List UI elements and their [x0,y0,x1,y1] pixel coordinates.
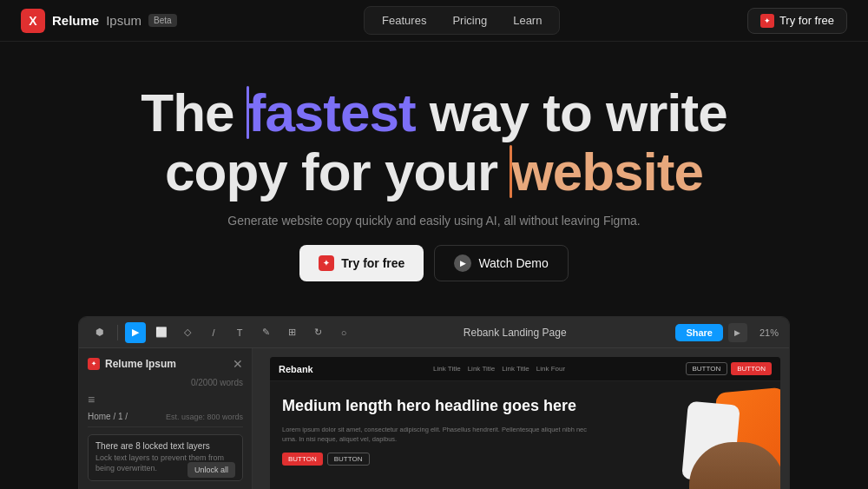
watch-demo-button[interactable]: ▶ Watch Demo [434,245,568,281]
preview-navbar: Rebank Link Title Link Title Link Title … [270,357,780,381]
locked-layers-box: There are 8 locked text layers Lock text… [88,434,243,480]
panel-menu-icon[interactable]: ≡ [88,393,243,406]
word-count: 0/2000 words [88,378,243,387]
preview-nav-link-4: Link Four [536,365,565,373]
preview-btn-outline: BUTTON [686,362,728,375]
preview-hero-area: Medium length hero headline goes here Lo… [270,381,780,489]
preview-hero-image [607,381,780,489]
try-free-label: Try for free [341,256,404,270]
hero-title-line2: copy for your website [165,142,703,202]
nav-link-learn[interactable]: Learn [503,10,552,30]
preview-hero-btn1: BUTTON [282,453,323,466]
website-word: website [511,142,702,202]
nav-links: Features Pricing Learn [364,6,560,35]
nav-link-pricing[interactable]: Pricing [442,10,497,30]
hero-buttons: ✦ Try for free ▶ Watch Demo [17,245,851,281]
figma-text-tool[interactable]: T [229,322,250,343]
try-free-nav-label: Try for free [779,14,834,27]
locked-layers-title: There are 8 locked text layers [95,441,235,451]
brand-name: Relume [52,13,99,28]
preview-hero-body: Lorem ipsum dolor sit amet, consectetur … [282,425,595,445]
try-free-button[interactable]: ✦ Try for free [299,245,424,281]
logo-area: X Relume Ipsum Beta [21,9,177,33]
figma-select-tool[interactable]: ▶ [125,322,146,343]
preview-nav-buttons: BUTTON BUTTON [686,362,773,375]
est-usage: Est. usage: 800 words [166,413,243,421]
figma-pencil-tool[interactable]: ✎ [255,322,276,343]
figma-comment-tool[interactable]: ○ [333,322,354,343]
preview-nav-links: Link Title Link Title Link Title Link Fo… [433,365,565,373]
nav-link-features[interactable]: Features [372,10,437,30]
preview-nav-link-3: Link Title [502,365,529,373]
figma-shape-tool[interactable]: ◇ [177,322,198,343]
hero-title: The fastest way to write copy for your w… [17,83,851,202]
navbar: X Relume Ipsum Beta Features Pricing Lea… [0,0,868,42]
panel-logo: ✦ [88,358,100,370]
watch-demo-label: Watch Demo [478,256,548,270]
nav-right: ✦ Try for free [747,8,847,34]
product-name: Ipsum [106,13,141,28]
logo-icon: X [21,9,45,33]
panel-close-icon[interactable]: ✕ [233,357,243,371]
preview-hero-buttons: BUTTON BUTTON [282,453,595,466]
play-icon: ▶ [454,254,471,272]
fastest-word: fastest [248,83,416,142]
panel-breadcrumb: Home / 1 / Est. usage: 800 words [88,412,243,427]
hero-subtitle: Generate website copy quickly and easily… [17,214,851,228]
figma-menu-tool[interactable]: ⬢ [89,322,110,343]
plugin-panel: ✦ Relume Ipsum ✕ 0/2000 words ≡ Home / 1… [79,348,253,489]
try-free-nav-button[interactable]: ✦ Try for free [747,8,847,34]
relume-icon: ✦ [760,14,774,28]
figma-play-button[interactable]: ▶ [728,323,747,342]
figma-toolbar: ⬢ ▶ ⬜ ◇ / T ✎ ⊞ ↻ ○ Rebank Landing Page … [79,317,789,348]
panel-header: ✦ Relume Ipsum ✕ [88,357,243,371]
unlock-all-button[interactable]: Unlock all [187,462,235,478]
figma-zoom-level: 21% [760,327,779,338]
figma-canvas: ✦ Relume Ipsum ✕ 0/2000 words ≡ Home / 1… [79,348,789,489]
preview-nav-link-2: Link Title [468,365,496,373]
figma-preview-wrapper: ⬢ ▶ ⬜ ◇ / T ✎ ⊞ ↻ ○ Rebank Landing Page … [0,316,868,489]
hero-section: The fastest way to write copy for your w… [0,42,868,302]
hero-title-line1: The fastest way to write [141,83,727,142]
preview-hero-btn2: BUTTON [327,453,370,466]
relume-btn-icon: ✦ [319,255,334,271]
beta-badge: Beta [148,14,177,27]
preview-hero-text: Medium length hero headline goes here Lo… [270,381,607,489]
preview-brand-name: Rebank [279,364,313,374]
preview-nav-link-1: Link Title [433,365,461,373]
figma-share-button[interactable]: Share [675,324,723,341]
preview-website: Rebank Link Title Link Title Link Title … [270,357,780,489]
figma-pen-tool[interactable]: / [203,322,224,343]
figma-component-tool[interactable]: ⊞ [281,322,302,343]
preview-btn-fill: BUTTON [731,362,772,375]
preview-hero-headline: Medium length hero headline goes here [282,397,595,416]
figma-frame-tool[interactable]: ⬜ [151,322,172,343]
figma-hand-tool[interactable]: ↻ [307,322,328,343]
figma-page-title: Rebank Landing Page [359,327,670,339]
toolbar-divider [117,325,118,340]
figma-window: ⬢ ▶ ⬜ ◇ / T ✎ ⊞ ↻ ○ Rebank Landing Page … [78,316,790,489]
panel-title: ✦ Relume Ipsum [88,358,176,370]
figma-preview-canvas: Rebank Link Title Link Title Link Title … [253,348,789,489]
